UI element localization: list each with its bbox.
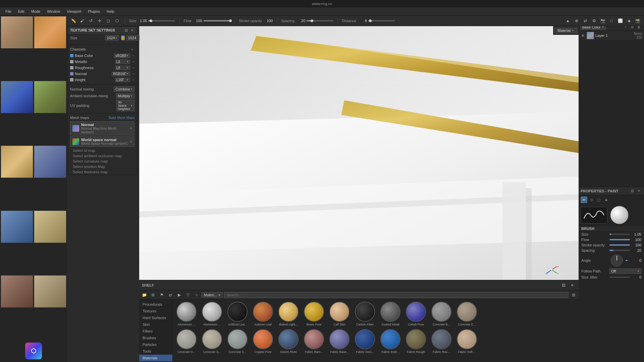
brush-smudge-icon[interactable]: ⊙ <box>588 196 595 203</box>
thumbnail-6[interactable] <box>34 145 66 178</box>
shelf-tag-close[interactable]: × <box>218 293 220 297</box>
select-id-map[interactable]: Select id map <box>67 148 137 153</box>
material-item-9[interactable]: Cobalt Pure <box>404 302 428 326</box>
brush-size-jitter-value[interactable]: 0 <box>631 275 641 279</box>
normal-minus[interactable]: − <box>132 71 135 76</box>
layer-1[interactable]: 👁 Layer 1 Norm 100 <box>579 31 644 41</box>
material-item-16[interactable]: Denim Rivet <box>277 329 300 354</box>
cat-materials[interactable]: Materials <box>139 355 172 361</box>
menu-window[interactable]: Window <box>44 9 63 14</box>
pencil-tool-btn[interactable]: ✏️ <box>70 17 77 24</box>
height-minus[interactable]: − <box>132 77 135 82</box>
layer-1-opacity[interactable]: 100 <box>636 36 642 39</box>
thumbnail-1[interactable] <box>1 16 33 49</box>
viewport[interactable]: X Y Z <box>139 26 579 280</box>
flow-value[interactable]: 100 <box>193 19 202 23</box>
uv-padding-dropdown[interactable]: 3D Space Neighbor ▼ <box>116 100 135 111</box>
toolbar-move-icon[interactable]: ⊕ <box>573 17 580 24</box>
material-item-20[interactable]: Fabric Knitt... <box>379 329 402 354</box>
material-item-1[interactable]: Aluminium ... <box>200 302 224 326</box>
angle-wheel[interactable] <box>611 254 623 266</box>
select-curvature-map[interactable]: Select curvature map <box>67 159 137 164</box>
angle-slider[interactable] <box>626 260 629 261</box>
thumbnail-7[interactable] <box>1 210 33 243</box>
brush-flow-value[interactable]: 100 <box>631 238 641 242</box>
menu-file[interactable]: File <box>3 9 14 14</box>
add-channel-icon[interactable]: + <box>130 47 135 52</box>
thumbnail-3[interactable] <box>1 81 33 113</box>
fill-btn[interactable]: ⬡ <box>113 17 121 24</box>
material-item-7[interactable]: Carbon Fiber <box>353 302 377 326</box>
menu-mode[interactable]: Mode <box>29 9 43 14</box>
brush-follow-path-dropdown[interactable]: Off ▼ <box>609 268 641 274</box>
material-item-6[interactable]: Calf Skin <box>328 302 351 326</box>
size-slider[interactable] <box>148 20 175 21</box>
brush-size-value[interactable]: 1.05 <box>631 232 641 236</box>
toolbar-settings-icon[interactable]: ⚙ <box>590 17 598 24</box>
cat-textures[interactable]: Textures <box>139 308 172 314</box>
cat-tools[interactable]: Tools <box>139 348 172 355</box>
material-item-5[interactable]: Brass Pure <box>302 302 326 326</box>
select-position-map[interactable]: Select position Map <box>67 164 137 169</box>
size-value-2[interactable]: 1024 <box>126 35 140 41</box>
material-item-14[interactable]: Concrete S... <box>226 329 249 354</box>
mesh-map-world-normal[interactable]: World space normal World Space Normals l… <box>70 136 135 147</box>
material-item-11[interactable]: Concrete C... <box>455 302 479 326</box>
brush-material-icon[interactable]: ◈ <box>603 196 609 203</box>
material-item-17[interactable]: Fabric Barn... <box>302 329 326 354</box>
toolbar-triangle-icon[interactable]: ▲ <box>564 17 572 24</box>
lock-icon[interactable]: 🔒 <box>121 36 125 40</box>
shelf-search-input[interactable] <box>224 292 569 298</box>
eraser-btn[interactable]: ◻ <box>105 17 112 24</box>
shelf-folder-icon[interactable]: 📁 <box>141 291 148 299</box>
thumbnail-2[interactable] <box>34 16 66 49</box>
toolbar-2d-icon[interactable]: □ <box>608 17 615 24</box>
layer-1-name[interactable]: Layer 1 <box>595 34 633 38</box>
distance-slider[interactable] <box>368 20 395 21</box>
material-item-12[interactable]: Concrete D... <box>175 329 198 354</box>
material-item-15[interactable]: Copper Pure <box>251 329 275 354</box>
cat-skin[interactable]: Skin <box>139 321 172 328</box>
metallic-minus[interactable]: − <box>132 59 135 64</box>
cat-procedurals[interactable]: Procedurals <box>139 301 172 308</box>
shelf-grid-view-icon[interactable]: ⊞ <box>570 291 577 299</box>
mesh-map-normal[interactable]: Normal Normal Map from Mesh lambert1 × <box>70 121 135 135</box>
shelf-minimize-icon[interactable]: ⊡ <box>560 282 567 289</box>
shelf-material-tag[interactable]: Materi... × <box>202 292 223 298</box>
brush-angle-value[interactable]: 0 <box>631 258 641 262</box>
spacing-slider[interactable] <box>307 20 333 21</box>
toolbar-camera-icon[interactable]: 📷 <box>599 17 606 24</box>
roughness-minus[interactable]: − <box>132 65 135 70</box>
layer-1-visibility[interactable]: 👁 <box>581 33 585 38</box>
brush-paint-icon[interactable]: ✏ <box>581 196 587 203</box>
toolbar-3d-icon[interactable]: ⬜ <box>616 17 624 24</box>
cat-hard-surfaces[interactable]: Hard Surfaces <box>139 314 172 321</box>
normal-format[interactable]: RGB16F ▼ <box>112 72 130 76</box>
brush-size-slider[interactable] <box>609 234 630 235</box>
distance-value[interactable]: 8 <box>358 19 367 23</box>
base-color-format[interactable]: sRGB8 ▼ <box>114 54 130 58</box>
rotate-btn[interactable]: ↺ <box>87 17 95 24</box>
props-expand-icon[interactable]: ⊡ <box>629 188 635 194</box>
props-close-icon[interactable]: × <box>636 188 642 194</box>
menu-viewport[interactable]: Viewport <box>64 9 84 14</box>
bake-mesh-maps-btn[interactable]: Bake Mesh Maps <box>109 116 135 120</box>
material-item-0[interactable]: Aluminium ... <box>175 302 198 326</box>
material-item-22[interactable]: Fabric Rou... <box>430 329 453 354</box>
thumbnail-8[interactable] <box>34 210 66 243</box>
brush-spacing-value[interactable]: 20 <box>631 248 641 252</box>
brush-erase-icon[interactable]: ◻ <box>595 196 602 203</box>
toolbar-capture-icon[interactable]: 📸 <box>634 17 641 24</box>
material-item-18[interactable]: Fabric Base... <box>328 329 351 354</box>
move-btn[interactable]: ✛ <box>96 17 103 24</box>
select-ao-map[interactable]: Select ambient occlusion map <box>67 153 137 159</box>
thumbnail-9[interactable] <box>1 275 33 308</box>
shelf-filter-icon[interactable]: ▽ <box>184 291 192 299</box>
texture-set-close-icon[interactable]: × <box>130 28 135 33</box>
thumbnail-4[interactable] <box>34 81 66 113</box>
flow-slider[interactable] <box>204 20 230 21</box>
toolbar-3d-mat-icon[interactable]: ◈ <box>625 17 633 24</box>
brush-flow-slider[interactable] <box>609 239 630 240</box>
material-item-19[interactable]: Fabric Deni... <box>353 329 377 354</box>
texture-set-expand-icon[interactable]: ⊡ <box>124 28 128 33</box>
